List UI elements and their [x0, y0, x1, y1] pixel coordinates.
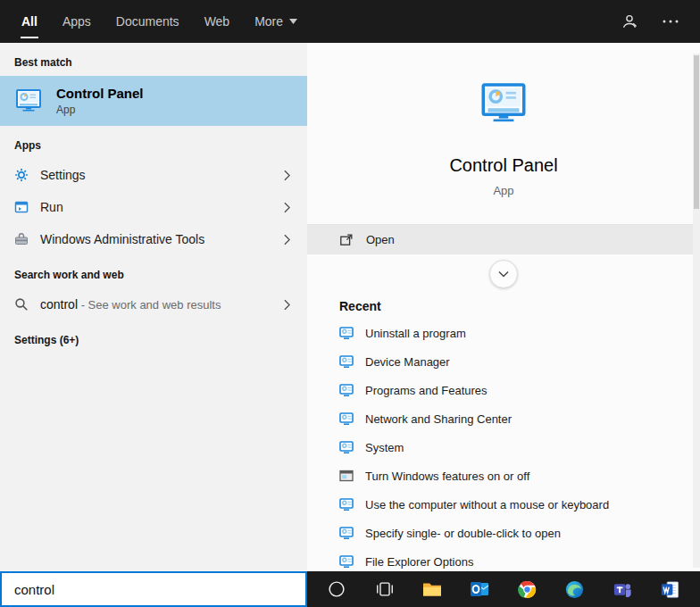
best-match-subtitle: App	[56, 104, 144, 116]
windows-search-panel: All Apps Documents Web More	[0, 0, 700, 607]
tab-web[interactable]: Web	[192, 0, 243, 43]
recent-item[interactable]: Device Manager	[307, 347, 700, 376]
tab-documents[interactable]: Documents	[104, 0, 192, 43]
recent-section-label: Recent	[307, 288, 700, 319]
recent-item-label: Use the computer without a mouse or keyb…	[365, 498, 609, 511]
control-panel-mini-icon	[339, 383, 354, 397]
result-item-run[interactable]: Run	[0, 191, 307, 223]
search-header: All Apps Documents Web More	[0, 0, 700, 43]
tab-more-label: More	[254, 14, 283, 29]
task-view-icon[interactable]	[367, 571, 403, 607]
scrollbar-thumb[interactable]	[694, 55, 699, 209]
web-search-text: control - See work and web results	[40, 297, 221, 312]
feedback-icon[interactable]	[620, 12, 639, 31]
result-item-web-search[interactable]: control - See work and web results	[0, 288, 307, 320]
outlook-icon[interactable]	[462, 571, 497, 607]
app-title: Control Panel	[307, 155, 700, 176]
preview-panel: Control Panel App Open Recent Uninstall …	[307, 43, 700, 571]
tab-all[interactable]: All	[9, 0, 50, 43]
recent-item-label: Specify single- or double-click to open	[365, 527, 561, 540]
tab-all-label: All	[21, 14, 38, 29]
result-item-admin-tools[interactable]: Windows Administrative Tools	[0, 223, 307, 255]
recent-item[interactable]: System	[307, 433, 700, 461]
taskbar-search-box	[0, 571, 307, 607]
recent-item[interactable]: Network and Sharing Center	[307, 404, 700, 433]
recent-item-label: Network and Sharing Center	[365, 412, 512, 426]
recent-item[interactable]: File Explorer Options	[307, 547, 700, 571]
result-item-settings[interactable]: Settings	[0, 159, 307, 191]
web-search-suffix: - See work and web results	[78, 298, 221, 312]
search-filter-tabs: All Apps Documents Web More	[0, 0, 310, 43]
web-section-label: Search work and web	[0, 255, 307, 288]
control-panel-icon-large	[479, 79, 529, 129]
best-match-item[interactable]: Control Panel App	[0, 76, 307, 126]
chevron-down-icon	[496, 267, 511, 281]
apps-section-label: Apps	[0, 126, 307, 159]
result-item-label: Windows Administrative Tools	[40, 232, 204, 246]
control-panel-mini-icon	[339, 412, 354, 426]
toolbox-icon	[14, 232, 29, 246]
bottom-bar	[0, 571, 700, 607]
recent-item-label: System	[365, 441, 404, 454]
app-window-icon	[14, 200, 29, 214]
file-explorer-icon[interactable]	[414, 571, 450, 607]
edge-icon[interactable]	[557, 571, 593, 607]
open-label: Open	[366, 233, 395, 246]
settings-section-label: Settings (6+)	[0, 320, 307, 353]
dropdown-caret-icon	[289, 19, 297, 24]
result-item-label: Settings	[40, 168, 86, 182]
taskbar	[307, 571, 700, 607]
app-subtitle: App	[307, 184, 700, 197]
open-icon	[339, 233, 354, 247]
control-panel-mini-icon	[339, 526, 354, 540]
more-options-icon[interactable]	[661, 12, 680, 31]
recent-item-label: Turn Windows features on or off	[365, 470, 529, 483]
expand-chevron-icon[interactable]	[279, 199, 295, 215]
best-match-text: Control Panel App	[56, 86, 144, 116]
expand-chevron-icon[interactable]	[279, 296, 295, 312]
recent-item[interactable]: Use the computer without a mouse or keyb…	[307, 490, 700, 519]
windows-features-icon	[339, 469, 354, 483]
header-actions	[620, 0, 700, 43]
search-input[interactable]	[2, 573, 305, 605]
control-panel-mini-icon	[339, 554, 354, 569]
results-panel: Best match Control Panel App Apps Settin…	[0, 43, 307, 571]
control-panel-mini-icon	[339, 440, 354, 454]
control-panel-mini-icon	[339, 497, 354, 511]
recent-item-label: Device Manager	[365, 355, 450, 369]
cortana-icon[interactable]	[319, 571, 354, 607]
web-search-query: control	[40, 297, 78, 312]
result-item-label: Run	[40, 200, 63, 214]
expand-chevron-icon[interactable]	[279, 167, 295, 183]
expand-chevron-icon[interactable]	[279, 231, 295, 247]
chrome-icon[interactable]	[510, 571, 546, 607]
search-icon	[14, 297, 29, 312]
scrollbar-track[interactable]	[693, 54, 700, 568]
recent-item-label: Programs and Features	[365, 384, 488, 397]
best-match-section-label: Best match	[0, 43, 307, 76]
recent-item-label: File Explorer Options	[365, 555, 473, 569]
recent-item[interactable]: Specify single- or double-click to open	[307, 519, 700, 547]
expand-actions-button[interactable]	[489, 260, 518, 288]
app-header: Control Panel App	[307, 43, 700, 197]
recent-item-label: Uninstall a program	[365, 327, 466, 340]
teams-icon[interactable]	[604, 571, 640, 607]
best-match-title: Control Panel	[56, 86, 144, 101]
recent-item[interactable]: Uninstall a program	[307, 319, 700, 347]
gear-icon	[14, 168, 29, 182]
recent-item[interactable]: Programs and Features	[307, 376, 700, 404]
word-icon[interactable]	[653, 571, 688, 607]
control-panel-mini-icon	[339, 354, 354, 369]
control-panel-mini-icon	[339, 326, 354, 340]
tab-more[interactable]: More	[242, 0, 310, 43]
control-panel-icon	[14, 87, 43, 115]
tab-web-label: Web	[204, 14, 230, 29]
tab-apps[interactable]: Apps	[50, 0, 104, 43]
tab-documents-label: Documents	[116, 14, 179, 29]
tab-apps-label: Apps	[62, 14, 91, 29]
recent-item[interactable]: Turn Windows features on or off	[307, 461, 700, 490]
open-action[interactable]: Open	[307, 225, 700, 254]
